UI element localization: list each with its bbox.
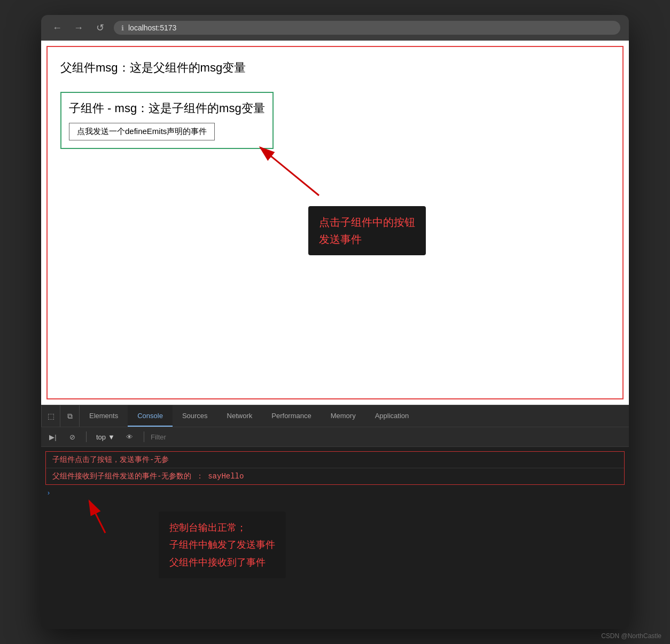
console-log-box: 子组件点击了按钮，发送事件-无参 父组件接收到子组件发送的事件-无参数的 ： s… [45,451,625,485]
parent-msg-text: 父组件msg：这是父组件的msg变量 [52,51,618,76]
browser-chrome: ← → ↺ ℹ localhost:5173 [41,15,629,41]
clear-console-btn[interactable]: ▶| [45,429,60,444]
child-component-box: 子组件 - msg：这是子组件的msg变量 点我发送一个defineEmits声… [60,92,274,149]
browser-window: ← → ↺ ℹ localhost:5173 父组件msg：这是父组件的msg变… [41,15,629,629]
tab-application[interactable]: Application [365,405,419,427]
devtools-panel: ⬚ ⧉ Elements Console Sources Network Per… [41,405,629,629]
annotation-bottom-line1: 控制台输出正常； [169,522,246,533]
address-bar[interactable]: ℹ localhost:5173 [114,21,620,35]
forward-button[interactable]: → [71,20,86,35]
context-selector[interactable]: top ▼ [93,432,118,442]
svg-line-3 [89,501,105,533]
tab-network[interactable]: Network [217,405,262,427]
child-msg-text: 子组件 - msg：这是子组件的msg变量 [69,100,265,116]
tab-elements[interactable]: Elements [80,405,128,427]
refresh-button[interactable]: ↺ [92,20,107,35]
top-label: top [96,433,106,441]
eye-icon-btn[interactable]: 👁 [122,429,137,444]
emit-button[interactable]: 点我发送一个defineEmits声明的事件 [69,123,215,140]
toolbar-separator [86,431,87,442]
console-line-2-text: 父组件接收到子组件发送的事件-无参数的 ： sayHello [52,472,244,481]
annotation-box-top: 点击子组件中的按钮 发送事件 [308,206,426,255]
tab-memory[interactable]: Memory [321,405,365,427]
info-icon: ℹ [121,24,124,32]
annotation-arrow-bottom [73,496,159,538]
devtools-tabs: ⬚ ⧉ Elements Console Sources Network Per… [41,405,629,427]
annotation-box-bottom: 控制台输出正常； 子组件中触发了发送事件 父组件中接收到了事件 [159,512,286,578]
tab-console[interactable]: Console [128,405,173,427]
console-output: 子组件点击了按钮，发送事件-无参 父组件接收到子组件发送的事件-无参数的 ： s… [41,447,629,629]
console-log-line-1: 子组件点击了按钮，发送事件-无参 [46,452,624,468]
chevron-down-icon: ▼ [108,433,115,441]
toolbar-separator-2 [144,431,144,442]
device-icon-btn[interactable]: ⧉ [60,405,80,427]
console-log-line-2: 父组件接收到子组件发送的事件-无参数的 ： sayHello [46,468,624,484]
page-content: 父组件msg：这是父组件的msg变量 子组件 - msg：这是子组件的msg变量… [41,41,629,405]
inspect-icon-btn[interactable]: ⬚ [41,405,60,427]
back-button[interactable]: ← [50,20,65,35]
annotation-bottom-line2: 子组件中触发了发送事件 [169,539,275,550]
devtools-toolbar: ▶| ⊘ top ▼ 👁 [41,427,629,447]
bottom-annotation-area: 控制台输出正常； 子组件中触发了发送事件 父组件中接收到了事件 [41,506,629,584]
filter-input[interactable] [151,433,625,441]
tab-sources[interactable]: Sources [173,405,217,427]
page-inner: 父组件msg：这是父组件的msg变量 子组件 - msg：这是子组件的msg变量… [41,41,629,405]
svg-line-1 [260,147,319,195]
block-icon-btn[interactable]: ⊘ [65,429,80,444]
url-text: localhost:5173 [128,23,176,32]
tab-performance[interactable]: Performance [262,405,321,427]
prompt-icon: › [48,489,50,497]
annotation-bottom-line3: 父组件中接收到了事件 [169,557,266,568]
